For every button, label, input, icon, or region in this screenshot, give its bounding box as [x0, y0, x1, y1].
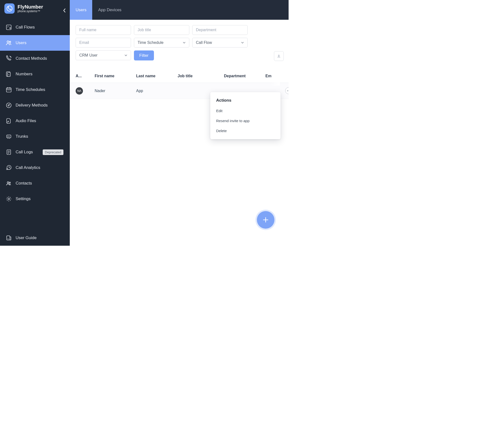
collapse-sidebar-button[interactable] [63, 8, 66, 14]
filter-full-name[interactable] [76, 25, 131, 35]
tab-users[interactable]: Users [70, 0, 92, 20]
calendar-icon [5, 86, 12, 93]
nav-time-schedules[interactable]: Time Schedules [0, 82, 70, 98]
nav-label: Call Analytics [16, 165, 64, 170]
chevron-down-icon [124, 54, 127, 57]
row-actions-button[interactable] [285, 87, 289, 94]
nav-label: Delivery Methods [16, 103, 64, 108]
filter-time-schedule[interactable]: Time Schedule [134, 38, 189, 48]
nav-audio-files[interactable]: Audio Files [0, 113, 70, 129]
brand-subtitle: phone.systems™ [18, 10, 43, 13]
filter-department[interactable] [192, 25, 248, 35]
action-delete[interactable]: Delete [210, 126, 281, 136]
nav-trunks[interactable]: Trunks [0, 129, 70, 144]
users-icon [5, 39, 12, 46]
nav-user-guide[interactable]: User Guide [0, 230, 70, 246]
user-guide-icon [5, 234, 12, 241]
brand: FlyNumber phone.systems™ [0, 0, 70, 16]
contacts-icon [5, 180, 12, 187]
action-resend-invite[interactable]: Resend invite to app [210, 116, 281, 126]
gear-icon [5, 195, 12, 202]
email-input[interactable] [79, 40, 127, 45]
nav-call-analytics[interactable]: Call Analytics [0, 160, 70, 176]
cell-last-name: App [136, 89, 178, 93]
th-avatar[interactable]: A... [76, 74, 95, 78]
brand-text: FlyNumber phone.systems™ [18, 4, 43, 13]
svg-point-3 [9, 26, 9, 27]
select-label: Time Schedule [138, 40, 163, 45]
filter-call-flow[interactable]: Call Flow [192, 38, 248, 48]
call-logs-icon [5, 149, 12, 156]
nav-settings[interactable]: Settings [0, 191, 70, 207]
sidebar: FlyNumber phone.systems™ Call Flows User… [0, 0, 70, 246]
add-user-fab[interactable] [257, 211, 274, 229]
svg-rect-9 [8, 73, 10, 77]
nav-call-logs[interactable]: Call Logs Deprecated [0, 144, 70, 160]
brand-logo [4, 3, 15, 14]
filters: Time Schedule Call Flow CRM User Filter [70, 20, 289, 63]
phone-logo-icon [6, 5, 13, 12]
nav-label: Numbers [16, 72, 64, 77]
nav-contact-methods[interactable]: Contact Methods [0, 51, 70, 66]
filter-button[interactable]: Filter [134, 50, 154, 60]
svg-rect-10 [6, 88, 11, 92]
plus-icon [262, 216, 270, 224]
delivery-icon [5, 102, 12, 109]
nav-label: Users [16, 40, 64, 45]
popover-title: Actions [210, 98, 281, 106]
filter-crm-user[interactable]: CRM User [76, 50, 131, 60]
full-name-input[interactable] [79, 28, 127, 32]
svg-point-6 [9, 41, 11, 43]
avatar: NA [76, 87, 83, 95]
audio-file-icon [5, 117, 12, 124]
nav-users[interactable]: Users [0, 35, 70, 51]
cell-first-name: Nader [95, 89, 136, 93]
svg-point-11 [8, 90, 8, 90]
table-header: A... First name Last name Job title Depa… [70, 69, 289, 83]
tab-label: Users [76, 8, 86, 12]
nav-contacts[interactable]: Contacts [0, 176, 70, 191]
chevron-down-icon [183, 41, 186, 44]
chevron-left-icon [63, 8, 66, 13]
download-icon [277, 54, 281, 58]
select-label: CRM User [79, 53, 98, 58]
job-title-input[interactable] [138, 28, 186, 32]
nav-label: Settings [16, 196, 64, 201]
tab-label: App Devices [98, 8, 121, 12]
svg-point-2 [8, 26, 8, 27]
department-input[interactable] [196, 28, 244, 32]
deprecated-badge: Deprecated [43, 149, 63, 155]
nav-call-flows[interactable]: Call Flows [0, 20, 70, 35]
svg-rect-15 [7, 135, 11, 138]
nav-numbers[interactable]: Numbers [0, 66, 70, 82]
th-email[interactable]: Em [265, 74, 289, 78]
th-first-name[interactable]: First name [95, 74, 136, 78]
nav-label: Call Logs [16, 150, 39, 155]
nav: Call Flows Users Contact Methods Numbers [0, 20, 70, 246]
th-job-title[interactable]: Job title [178, 74, 224, 78]
contact-methods-icon [5, 55, 12, 62]
analytics-icon [5, 164, 12, 171]
cell-avatar: NA [76, 87, 95, 95]
filter-email[interactable] [76, 38, 131, 48]
svg-point-17 [7, 182, 9, 184]
th-department[interactable]: Department [224, 74, 265, 78]
svg-point-14 [6, 103, 11, 108]
actions-popover: Actions Edit Resend invite to app Delete [210, 92, 281, 139]
th-last-name[interactable]: Last name [136, 74, 178, 78]
nav-label: Trunks [16, 134, 64, 139]
chevron-down-icon [241, 41, 244, 44]
tab-app-devices[interactable]: App Devices [92, 0, 127, 20]
app-root: FlyNumber phone.systems™ Call Flows User… [0, 0, 289, 246]
select-label: Call Flow [196, 40, 212, 45]
filter-job-title[interactable] [134, 25, 189, 35]
svg-rect-1 [6, 25, 11, 30]
nav-label: Time Schedules [16, 87, 64, 92]
nav-label: User Guide [16, 235, 64, 240]
nav-delivery-methods[interactable]: Delivery Methods [0, 98, 70, 113]
nav-label: Call Flows [16, 25, 64, 30]
call-flows-icon [5, 24, 12, 31]
nav-label: Contacts [16, 181, 64, 186]
action-edit[interactable]: Edit [210, 106, 281, 116]
download-button[interactable] [274, 51, 284, 61]
